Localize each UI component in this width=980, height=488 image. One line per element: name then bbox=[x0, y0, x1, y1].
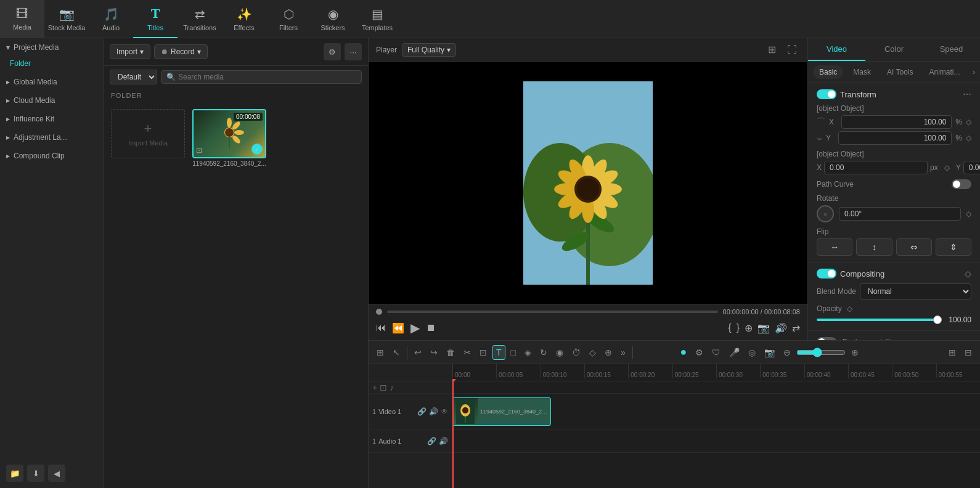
rotate-dial[interactable]: ○ bbox=[817, 205, 834, 222]
compositing-toggle[interactable] bbox=[817, 269, 836, 279]
rotate-keyframe-button[interactable]: ◇ bbox=[966, 209, 971, 218]
sidebar-item-folder[interactable]: Folder bbox=[0, 57, 103, 73]
tl-keyframe-button[interactable]: ◇ bbox=[586, 346, 599, 359]
flip-h-button[interactable]: ↔ bbox=[817, 238, 852, 256]
video-thumbnail[interactable]: 00:00:08 ✓ ⊡ bbox=[192, 109, 266, 158]
toolbar-templates[interactable]: ▤ Templates bbox=[355, 0, 399, 38]
subtabs-more-icon[interactable]: › bbox=[973, 68, 975, 76]
tl-settings-button[interactable]: ⚙ bbox=[692, 346, 706, 359]
tl-speed-button[interactable]: ◉ bbox=[553, 346, 566, 359]
toolbar-stock-media[interactable]: 📷 Stock Media bbox=[44, 0, 89, 38]
toggle-clip-button[interactable]: ⊡ bbox=[380, 383, 387, 392]
scale-y-input[interactable] bbox=[838, 131, 952, 145]
toolbar-titles[interactable]: T Titles bbox=[133, 0, 178, 38]
toolbar-effects[interactable]: ✨ Effects bbox=[222, 0, 266, 38]
tl-timer-button[interactable]: ⏱ bbox=[569, 346, 584, 359]
timeline-tracks-right[interactable]: 00:00 00:00:05 00:00:10 00:00:15 00:00:2… bbox=[452, 364, 980, 488]
transform-expand-button[interactable]: ⋯ bbox=[963, 89, 971, 99]
toolbar-filters[interactable]: ⬡ Filters bbox=[266, 0, 311, 38]
tab-speed[interactable]: Speed bbox=[923, 38, 980, 61]
toolbar-media[interactable]: 🎞 Media bbox=[0, 0, 44, 38]
import-button[interactable]: ⬇ bbox=[27, 465, 44, 482]
tl-cut-button[interactable]: ✂ bbox=[460, 346, 474, 359]
transform-toggle[interactable] bbox=[817, 89, 836, 99]
tl-more2-button[interactable]: » bbox=[618, 346, 629, 359]
tl-voice-button[interactable]: ◎ bbox=[745, 346, 759, 359]
audio-track-area[interactable] bbox=[452, 429, 980, 453]
tl-grid-button[interactable]: ⊞ bbox=[945, 346, 959, 359]
tab-color[interactable]: Color bbox=[865, 38, 923, 61]
tl-rotate-button[interactable]: ↻ bbox=[537, 346, 550, 359]
toolbar-transitions[interactable]: ⇄ Transitions bbox=[178, 0, 222, 38]
scale-x-input[interactable] bbox=[841, 115, 952, 129]
tl-select-button[interactable]: ↖ bbox=[390, 346, 403, 359]
tl-stabilize-button[interactable]: ⊕ bbox=[602, 346, 615, 359]
import-media-dropzone[interactable]: + Import Media bbox=[111, 109, 185, 158]
audio-track-link-button[interactable]: 🔗 bbox=[427, 437, 436, 445]
flip-v2-button[interactable]: ⇕ bbox=[936, 238, 971, 256]
rotate-input[interactable] bbox=[839, 207, 961, 221]
more-options-button[interactable]: ··· bbox=[345, 43, 362, 60]
video-clip[interactable]: 11940592_2160_3840_25... bbox=[452, 397, 551, 426]
tl-delete-button[interactable]: 🗑 bbox=[443, 346, 458, 359]
video-track-link-button[interactable]: 🔗 bbox=[417, 407, 427, 416]
volume-button[interactable]: 🔊 bbox=[775, 322, 787, 334]
tl-zoom-slider[interactable] bbox=[796, 348, 846, 357]
grid-view-button[interactable]: ⊞ bbox=[765, 42, 779, 57]
record-btn[interactable]: ⏺ Record ▾ bbox=[154, 44, 208, 59]
tl-mic-button[interactable]: 🎤 bbox=[726, 346, 743, 359]
add-track-button[interactable]: + bbox=[372, 383, 377, 392]
collapse-panel-button[interactable]: ◀ bbox=[48, 465, 65, 482]
sidebar-item-compound-clip[interactable]: ▸ Compound Clip bbox=[0, 147, 103, 165]
subtab-mask[interactable]: Mask bbox=[847, 65, 877, 79]
subtab-animati[interactable]: Animati... bbox=[923, 65, 966, 79]
media-file-item[interactable]: 00:00:08 ✓ ⊡ 11940592_2160_3840_2... bbox=[192, 109, 266, 167]
filter-button[interactable]: ⚙ bbox=[324, 43, 341, 60]
video-track-volume-button[interactable]: 🔊 bbox=[429, 407, 438, 416]
quality-select[interactable]: Full Quality ▾ bbox=[402, 43, 456, 57]
flip-v-button[interactable]: ↕ bbox=[856, 238, 892, 256]
opacity-slider[interactable] bbox=[817, 319, 942, 321]
pos-x-input[interactable] bbox=[824, 161, 928, 174]
compositing-expand-button[interactable]: ◇ bbox=[965, 269, 971, 279]
tl-mask-button[interactable]: ◈ bbox=[521, 346, 534, 359]
play-button[interactable]: ▶ bbox=[410, 320, 420, 335]
scale-x-keyframe-button[interactable]: ◇ bbox=[966, 118, 971, 126]
tl-add-track-button[interactable]: ⊞ bbox=[374, 346, 387, 359]
tl-shield-button[interactable]: 🛡 bbox=[709, 346, 724, 359]
tl-green-button[interactable]: ● bbox=[677, 344, 690, 360]
path-curve-toggle[interactable] bbox=[952, 179, 971, 189]
scale-y-keyframe-button[interactable]: ◇ bbox=[966, 134, 971, 142]
tl-text-button[interactable]: T bbox=[492, 345, 505, 360]
music-button[interactable]: ♪ bbox=[390, 383, 394, 392]
opacity-keyframe-button[interactable]: ◇ bbox=[847, 304, 852, 313]
mark-in-button[interactable]: { bbox=[728, 322, 731, 333]
tl-undo-button[interactable]: ↩ bbox=[411, 346, 425, 359]
fullscreen-button[interactable]: ⛶ bbox=[784, 43, 800, 57]
sidebar-item-cloud-media[interactable]: ▸ Cloud Media bbox=[0, 91, 103, 110]
stop-button[interactable]: ⏹ bbox=[426, 322, 436, 333]
tl-clip-button[interactable]: □ bbox=[508, 346, 519, 359]
tl-crop-button[interactable]: ⊡ bbox=[476, 346, 490, 359]
audio-track-volume-button[interactable]: 🔊 bbox=[439, 437, 448, 445]
search-input[interactable] bbox=[178, 73, 356, 81]
tl-redo-button[interactable]: ↪ bbox=[427, 346, 441, 359]
tl-camera-button[interactable]: 📷 bbox=[761, 346, 778, 359]
mark-out-button[interactable]: } bbox=[737, 322, 740, 333]
tab-video[interactable]: Video bbox=[808, 38, 865, 61]
tl-layout-button[interactable]: ⊟ bbox=[962, 346, 975, 359]
more-button[interactable]: ⇄ bbox=[792, 322, 800, 334]
video-track-area[interactable]: 11940592_2160_3840_25... bbox=[452, 394, 980, 429]
subtab-ai-tools[interactable]: AI Tools bbox=[881, 65, 919, 79]
progress-track[interactable] bbox=[387, 311, 718, 313]
sidebar-item-adjustment-la[interactable]: ▸ Adjustment La... bbox=[0, 128, 103, 147]
add-folder-button[interactable]: 📁 bbox=[6, 465, 23, 482]
frame-back-button[interactable]: ⏪ bbox=[392, 322, 404, 334]
sidebar-item-global-media[interactable]: ▸ Global Media bbox=[0, 73, 103, 91]
subtab-basic[interactable]: Basic bbox=[813, 65, 843, 79]
import-btn[interactable]: Import ▾ bbox=[110, 44, 150, 59]
playhead-dot[interactable] bbox=[376, 309, 382, 315]
view-select[interactable]: Default bbox=[110, 70, 157, 84]
tl-minus-button[interactable]: ⊖ bbox=[780, 346, 794, 359]
toolbar-audio[interactable]: 🎵 Audio bbox=[89, 0, 133, 38]
